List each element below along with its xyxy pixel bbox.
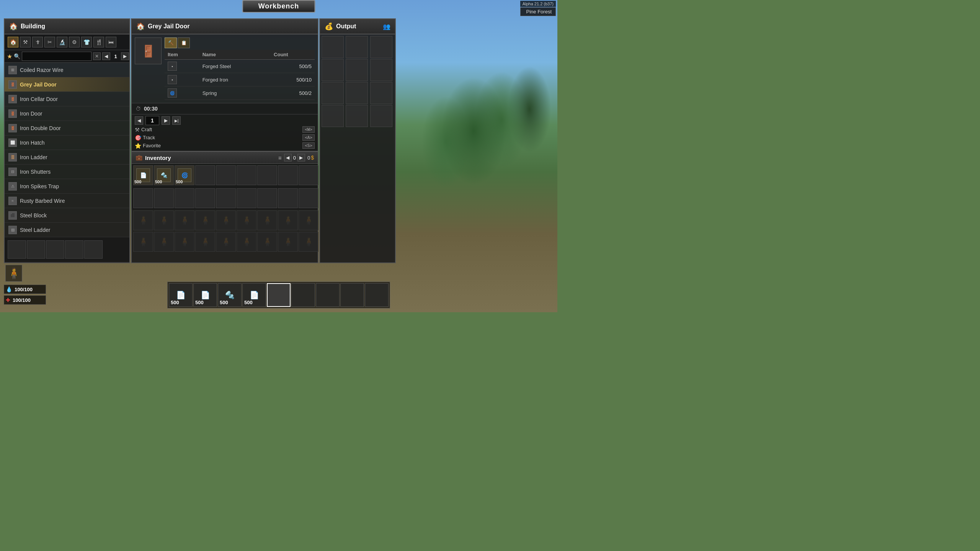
building-slot-2[interactable] (27, 240, 45, 259)
list-item-grey-jail-door[interactable]: 🚪 Grey Jail Door (5, 77, 129, 92)
toolbar-furniture[interactable]: 🛏 (106, 37, 116, 47)
char-slot-1[interactable]: 🧍 (133, 210, 153, 230)
char-slot-3[interactable]: 🧍 (175, 210, 194, 230)
qty-max-button[interactable]: ▶| (172, 116, 181, 125)
list-item-iron-door[interactable]: 🚪 Iron Door (5, 106, 129, 121)
output-slot-8[interactable] (346, 82, 368, 104)
output-slot-6[interactable] (370, 59, 392, 81)
char-slot-17[interactable]: 🧍 (278, 232, 298, 252)
qty-increase-button[interactable]: ▶ (162, 116, 170, 125)
output-slot-5[interactable] (346, 59, 368, 81)
char-slot-5[interactable]: 🧍 (216, 210, 236, 230)
output-slot-3[interactable] (370, 36, 392, 58)
output-slot-2[interactable] (346, 36, 368, 58)
char-slot-12[interactable]: 🧍 (175, 232, 194, 252)
char-slot-6[interactable]: 🧍 (237, 210, 256, 230)
output-slot-11[interactable] (346, 105, 368, 127)
list-item-iron-spikes-trap[interactable]: ⚠ Iron Spikes Trap (5, 179, 129, 194)
list-item-iron-hatch[interactable]: ⬜ Iron Hatch (5, 135, 129, 150)
inv-slot-17[interactable] (278, 188, 298, 208)
inv-slot-5[interactable] (216, 165, 236, 185)
inv-slot-6[interactable] (237, 165, 256, 185)
item-icon-iron-cellar-door: 🚪 (8, 94, 18, 104)
inv-slot-1[interactable]: 📄 500 (133, 165, 153, 185)
output-slot-7[interactable] (322, 82, 344, 104)
inv-slot-16[interactable] (257, 188, 277, 208)
search-icon: 🔍 (14, 53, 20, 59)
toolbar-build[interactable]: ⚒ (20, 37, 31, 47)
craft-action-row: ⚒ Craft <W> (135, 126, 315, 133)
toolbar-weapons[interactable]: 🗡 (32, 37, 43, 47)
inv-slot-11[interactable] (154, 188, 174, 208)
hotbar-slot-5[interactable] (267, 283, 291, 307)
char-slot-13[interactable]: 🧍 (195, 232, 215, 252)
list-item-steel-block[interactable]: ⬛ Steel Block (5, 208, 129, 223)
recipe-tab-2[interactable]: 📋 (178, 37, 190, 48)
hotbar-slot-4[interactable]: 📄 500 (242, 283, 266, 307)
list-item-iron-shutters[interactable]: ⊟ Iron Shutters (5, 165, 129, 179)
inv-slot-13[interactable] (195, 188, 215, 208)
toolbar-clothes[interactable]: 👕 (81, 37, 92, 47)
search-input[interactable] (22, 52, 91, 61)
inv-slot-4[interactable] (195, 165, 215, 185)
toolbar-gear[interactable]: ⚙ (69, 37, 80, 47)
list-item-steel-ladder[interactable]: ▤ Steel Ladder (5, 223, 129, 237)
craft-action-label: Craft (141, 127, 301, 132)
char-slot-18[interactable]: 🧍 (299, 232, 318, 252)
hotbar-slot-3[interactable]: 🔩 500 (218, 283, 242, 307)
output-slot-10[interactable] (322, 105, 344, 127)
hotbar-slot-9[interactable] (365, 283, 389, 307)
inv-prev-button[interactable]: ◀ (284, 154, 292, 161)
hotbar-slot-1[interactable]: 📄 500 (169, 283, 193, 307)
toolbar-science[interactable]: 🔬 (57, 37, 67, 47)
char-slot-4[interactable]: 🧍 (195, 210, 215, 230)
inv-slot-2[interactable]: 🔩 500 (154, 165, 174, 185)
qty-decrease-button[interactable]: ◀ (135, 116, 143, 125)
inv-slot-9[interactable] (299, 165, 318, 185)
hotbar-slot-6[interactable] (291, 283, 315, 307)
building-slot-1[interactable] (8, 240, 26, 259)
char-slot-7[interactable]: 🧍 (257, 210, 277, 230)
hotbar-slot-7[interactable] (316, 283, 340, 307)
building-slot-4[interactable] (65, 240, 83, 259)
list-item-iron-double-door[interactable]: 🚪 Iron Double Door (5, 121, 129, 135)
output-slot-9[interactable] (370, 82, 392, 104)
output-slot-1[interactable] (322, 36, 344, 58)
output-slot-4[interactable] (322, 59, 344, 81)
inv-slot-10[interactable] (133, 188, 153, 208)
list-item-rusty-barbed-wire[interactable]: ≈ Rusty Barbed Wire (5, 194, 129, 208)
char-slot-11[interactable]: 🧍 (154, 232, 174, 252)
toolbar-home[interactable]: 🏠 (8, 37, 18, 47)
inv-slot-12[interactable] (175, 188, 194, 208)
output-slot-12[interactable] (370, 105, 392, 127)
inv-count-3: 500 (176, 179, 183, 184)
list-item-iron-ladder[interactable]: 🪜 Iron Ladder (5, 150, 129, 165)
recipe-tab-1[interactable]: 🔨 (165, 37, 177, 48)
char-slot-9[interactable]: 🧍 (299, 210, 318, 230)
hotbar-slot-2[interactable]: 📄 500 (193, 283, 217, 307)
inv-slot-3[interactable]: 🌀 500 (175, 165, 194, 185)
char-slot-14[interactable]: 🧍 (216, 232, 236, 252)
char-slot-15[interactable]: 🧍 (237, 232, 256, 252)
inv-slot-18[interactable] (299, 188, 318, 208)
inv-slot-14[interactable] (216, 188, 236, 208)
prev-page-button[interactable]: ◀ (102, 52, 110, 60)
list-item-iron-cellar-door[interactable]: 🚪 Iron Cellar Door (5, 92, 129, 106)
favorites-star[interactable]: ★ (7, 53, 12, 60)
inv-slot-7[interactable] (257, 165, 277, 185)
hotbar-slot-8[interactable] (340, 283, 364, 307)
char-slot-2[interactable]: 🧍 (154, 210, 174, 230)
list-item-coiled-razor-wire[interactable]: ⊞ Coiled Razor Wire (5, 63, 129, 77)
char-slot-8[interactable]: 🧍 (278, 210, 298, 230)
inv-next-button[interactable]: ▶ (297, 154, 305, 161)
building-slot-3[interactable] (46, 240, 64, 259)
toolbar-tools[interactable]: ✂ (44, 37, 55, 47)
char-slot-16[interactable]: 🧍 (257, 232, 277, 252)
building-slot-5[interactable] (84, 240, 103, 259)
search-clear-button[interactable]: ✕ (93, 52, 101, 60)
char-slot-10[interactable]: 🧍 (133, 232, 153, 252)
toolbar-food[interactable]: 🍴 (93, 37, 104, 47)
inv-slot-15[interactable] (237, 188, 256, 208)
next-page-button[interactable]: ▶ (121, 52, 129, 60)
inv-slot-8[interactable] (278, 165, 298, 185)
